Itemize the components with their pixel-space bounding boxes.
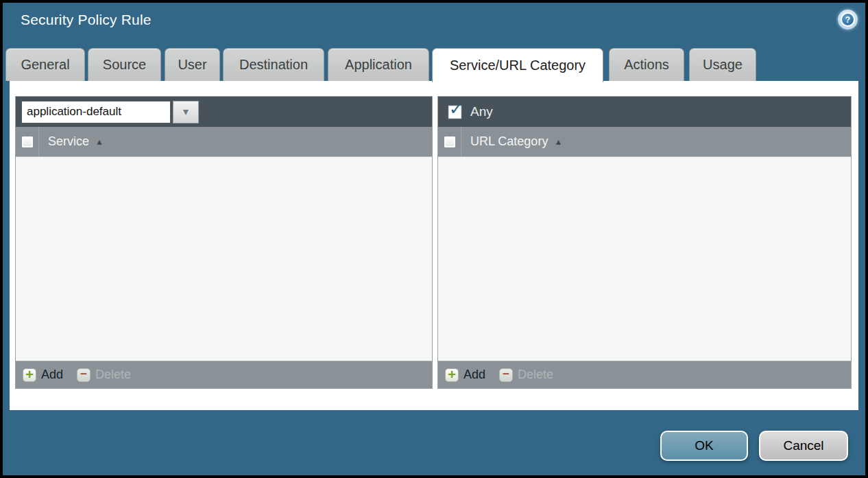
plus-icon: + [445, 368, 459, 382]
any-url-category-checkbox[interactable]: ✓ [448, 105, 462, 119]
tab-general[interactable]: General [5, 48, 85, 81]
any-label: Any [470, 104, 493, 119]
url-category-column-header[interactable]: URL Category [470, 134, 548, 149]
url-category-panel-toolbar: ✓ Any [438, 97, 851, 127]
service-list[interactable] [16, 157, 432, 361]
add-url-category-button[interactable]: + Add [445, 368, 485, 382]
url-category-panel-footer: + Add − Delete [438, 361, 851, 388]
url-category-select-all-cell: ✓ [438, 127, 461, 156]
delete-url-category-label: Delete [518, 368, 553, 382]
delete-url-category-button[interactable]: − Delete [499, 368, 553, 382]
minus-icon: − [499, 368, 513, 382]
url-category-column-header-row: ✓ URL Category ▲ [438, 127, 851, 157]
tab-destination[interactable]: Destination [223, 48, 324, 81]
tab-usage[interactable]: Usage [689, 48, 756, 81]
add-url-category-label: Add [463, 368, 485, 382]
sort-ascending-icon: ▲ [554, 137, 562, 147]
tab-service-url-category[interactable]: Service/URL Category [432, 48, 603, 82]
plus-icon: + [23, 368, 36, 382]
tab-source[interactable]: Source [88, 48, 161, 81]
service-panel-toolbar: ▼ [16, 97, 432, 127]
delete-service-label: Delete [95, 368, 131, 382]
ok-button[interactable]: OK [660, 431, 748, 461]
cancel-button[interactable]: Cancel [759, 431, 848, 461]
service-select-all-cell: ✓ [16, 127, 39, 156]
dialog-title: Security Policy Rule [21, 12, 152, 28]
security-policy-rule-dialog: Security Policy Rule ? General Source Us… [0, 0, 868, 478]
service-column-header-row: ✓ Service ▲ [16, 127, 432, 157]
service-type-dropdown-button[interactable]: ▼ [173, 101, 199, 123]
tab-user[interactable]: User [165, 48, 220, 81]
service-panel: ▼ ✓ Service ▲ + Add − [15, 96, 433, 389]
service-type-input[interactable] [21, 101, 171, 123]
help-icon: ? [841, 12, 855, 27]
chevron-down-icon: ▼ [181, 107, 191, 117]
service-panel-footer: + Add − Delete [16, 361, 432, 388]
add-service-label: Add [41, 368, 63, 382]
delete-service-button[interactable]: − Delete [77, 368, 131, 382]
url-category-select-all-checkbox[interactable]: ✓ [444, 136, 456, 148]
url-category-list[interactable] [438, 157, 851, 361]
help-button[interactable]: ? [838, 10, 858, 29]
service-select-all-checkbox[interactable]: ✓ [21, 136, 34, 148]
url-category-panel: ✓ Any ✓ URL Category ▲ + Add − [437, 96, 852, 389]
service-column-header[interactable]: Service [48, 134, 89, 149]
minus-icon: − [77, 368, 91, 382]
checkmark-icon: ✓ [449, 99, 463, 119]
add-service-button[interactable]: + Add [23, 368, 63, 382]
tab-actions[interactable]: Actions [609, 48, 684, 81]
tab-bar: General Source User Destination Applicat… [5, 48, 756, 82]
sort-ascending-icon: ▲ [95, 137, 104, 147]
tab-application[interactable]: Application [328, 48, 429, 81]
